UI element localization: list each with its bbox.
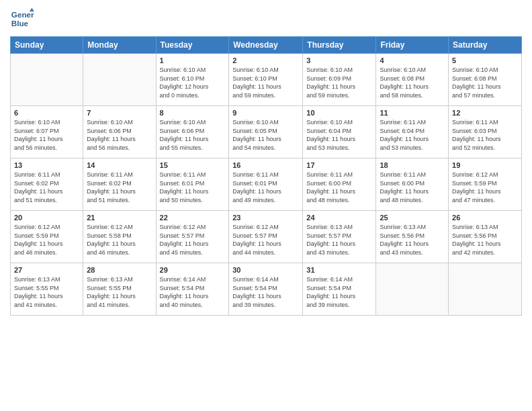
day-info: Sunrise: 6:10 AM Sunset: 6:06 PM Dayligh… — [87, 118, 152, 152]
day-info: Sunrise: 6:10 AM Sunset: 6:08 PM Dayligh… — [452, 66, 518, 99]
calendar-cell: 24Sunrise: 6:13 AM Sunset: 5:57 PM Dayli… — [303, 211, 376, 263]
calendar-cell: 6Sunrise: 6:10 AM Sunset: 6:07 PM Daylig… — [11, 106, 83, 158]
day-number: 23 — [232, 214, 299, 222]
calendar-cell — [83, 54, 156, 106]
day-number: 26 — [452, 214, 518, 222]
day-info: Sunrise: 6:13 AM Sunset: 5:57 PM Dayligh… — [306, 223, 372, 257]
weekday-header-saturday: Saturday — [449, 37, 522, 54]
calendar-week-4: 20Sunrise: 6:12 AM Sunset: 5:59 PM Dayli… — [11, 211, 522, 263]
day-info: Sunrise: 6:12 AM Sunset: 5:57 PM Dayligh… — [232, 223, 299, 257]
day-number: 30 — [232, 266, 299, 274]
day-info: Sunrise: 6:10 AM Sunset: 6:10 PM Dayligh… — [232, 66, 299, 99]
day-info: Sunrise: 6:11 AM Sunset: 6:03 PM Dayligh… — [452, 118, 518, 152]
weekday-header-monday: Monday — [83, 37, 156, 54]
day-number: 27 — [14, 266, 79, 274]
calendar-week-5: 27Sunrise: 6:13 AM Sunset: 5:55 PM Dayli… — [11, 263, 522, 316]
day-number: 19 — [452, 161, 518, 169]
day-number: 21 — [87, 214, 152, 222]
calendar-cell: 11Sunrise: 6:11 AM Sunset: 6:04 PM Dayli… — [376, 106, 449, 158]
day-info: Sunrise: 6:14 AM Sunset: 5:54 PM Dayligh… — [232, 275, 299, 309]
day-number: 7 — [87, 109, 152, 117]
calendar-week-1: 1Sunrise: 6:10 AM Sunset: 6:10 PM Daylig… — [11, 54, 522, 106]
day-number: 4 — [380, 56, 445, 64]
day-number: 28 — [87, 266, 152, 274]
day-number: 10 — [306, 109, 372, 117]
calendar-cell: 20Sunrise: 6:12 AM Sunset: 5:59 PM Dayli… — [11, 211, 83, 263]
day-info: Sunrise: 6:12 AM Sunset: 5:58 PM Dayligh… — [87, 223, 152, 257]
calendar-cell: 15Sunrise: 6:11 AM Sunset: 6:01 PM Dayli… — [156, 158, 229, 211]
day-info: Sunrise: 6:10 AM Sunset: 6:06 PM Dayligh… — [160, 118, 226, 152]
weekday-header-wednesday: Wednesday — [229, 37, 303, 54]
calendar-cell: 16Sunrise: 6:11 AM Sunset: 6:01 PM Dayli… — [229, 158, 303, 211]
calendar-cell: 23Sunrise: 6:12 AM Sunset: 5:57 PM Dayli… — [229, 211, 303, 263]
day-number: 9 — [232, 109, 299, 117]
calendar-cell: 27Sunrise: 6:13 AM Sunset: 5:55 PM Dayli… — [11, 263, 83, 316]
day-info: Sunrise: 6:10 AM Sunset: 6:04 PM Dayligh… — [306, 118, 372, 152]
day-number: 3 — [306, 56, 372, 64]
day-number: 17 — [306, 161, 372, 169]
day-info: Sunrise: 6:14 AM Sunset: 5:54 PM Dayligh… — [160, 275, 226, 309]
calendar-cell: 13Sunrise: 6:11 AM Sunset: 6:02 PM Dayli… — [11, 158, 83, 211]
calendar-cell: 30Sunrise: 6:14 AM Sunset: 5:54 PM Dayli… — [229, 263, 303, 316]
day-number: 5 — [452, 56, 518, 64]
day-info: Sunrise: 6:10 AM Sunset: 6:05 PM Dayligh… — [232, 118, 299, 152]
calendar-cell: 22Sunrise: 6:12 AM Sunset: 5:57 PM Dayli… — [156, 211, 229, 263]
day-info: Sunrise: 6:10 AM Sunset: 6:09 PM Dayligh… — [306, 66, 372, 99]
day-info: Sunrise: 6:11 AM Sunset: 6:00 PM Dayligh… — [380, 171, 445, 204]
day-info: Sunrise: 6:11 AM Sunset: 6:02 PM Dayligh… — [14, 171, 79, 204]
day-info: Sunrise: 6:13 AM Sunset: 5:56 PM Dayligh… — [452, 223, 518, 257]
day-number: 22 — [160, 214, 226, 222]
calendar-cell: 19Sunrise: 6:12 AM Sunset: 5:59 PM Dayli… — [449, 158, 522, 211]
day-info: Sunrise: 6:13 AM Sunset: 5:55 PM Dayligh… — [87, 275, 152, 309]
svg-text:Blue: Blue — [11, 19, 29, 28]
day-number: 29 — [160, 266, 226, 274]
day-number: 16 — [232, 161, 299, 169]
calendar-cell: 29Sunrise: 6:14 AM Sunset: 5:54 PM Dayli… — [156, 263, 229, 316]
calendar-cell: 14Sunrise: 6:11 AM Sunset: 6:02 PM Dayli… — [83, 158, 156, 211]
day-number: 2 — [232, 56, 299, 64]
day-number: 31 — [306, 266, 372, 274]
calendar-cell — [449, 263, 522, 316]
day-info: Sunrise: 6:12 AM Sunset: 5:59 PM Dayligh… — [14, 223, 79, 257]
calendar-cell: 2Sunrise: 6:10 AM Sunset: 6:10 PM Daylig… — [229, 54, 303, 106]
weekday-header-friday: Friday — [376, 37, 449, 54]
day-number: 8 — [160, 109, 226, 117]
day-info: Sunrise: 6:11 AM Sunset: 6:01 PM Dayligh… — [232, 171, 299, 204]
day-info: Sunrise: 6:13 AM Sunset: 5:55 PM Dayligh… — [14, 275, 79, 309]
calendar-week-3: 13Sunrise: 6:11 AM Sunset: 6:02 PM Dayli… — [11, 158, 522, 211]
day-number: 15 — [160, 161, 226, 169]
calendar-cell — [11, 54, 83, 106]
day-number: 13 — [14, 161, 79, 169]
calendar-cell: 3Sunrise: 6:10 AM Sunset: 6:09 PM Daylig… — [303, 54, 376, 106]
day-number: 20 — [14, 214, 79, 222]
header: General Blue — [10, 7, 522, 31]
calendar-cell: 9Sunrise: 6:10 AM Sunset: 6:05 PM Daylig… — [229, 106, 303, 158]
day-info: Sunrise: 6:14 AM Sunset: 5:54 PM Dayligh… — [306, 275, 372, 309]
calendar-cell: 21Sunrise: 6:12 AM Sunset: 5:58 PM Dayli… — [83, 211, 156, 263]
day-info: Sunrise: 6:11 AM Sunset: 6:02 PM Dayligh… — [87, 171, 152, 204]
calendar-cell: 26Sunrise: 6:13 AM Sunset: 5:56 PM Dayli… — [449, 211, 522, 263]
calendar-cell — [376, 263, 449, 316]
day-number: 1 — [160, 56, 226, 64]
weekday-header-sunday: Sunday — [11, 37, 83, 54]
weekday-header-row: SundayMondayTuesdayWednesdayThursdayFrid… — [11, 37, 522, 54]
calendar-cell: 4Sunrise: 6:10 AM Sunset: 6:08 PM Daylig… — [376, 54, 449, 106]
calendar-week-2: 6Sunrise: 6:10 AM Sunset: 6:07 PM Daylig… — [11, 106, 522, 158]
calendar-cell: 28Sunrise: 6:13 AM Sunset: 5:55 PM Dayli… — [83, 263, 156, 316]
day-number: 11 — [380, 109, 445, 117]
day-number: 14 — [87, 161, 152, 169]
calendar-cell: 17Sunrise: 6:11 AM Sunset: 6:00 PM Dayli… — [303, 158, 376, 211]
day-number: 12 — [452, 109, 518, 117]
calendar-cell: 5Sunrise: 6:10 AM Sunset: 6:08 PM Daylig… — [449, 54, 522, 106]
logo-icon: General Blue — [10, 7, 34, 31]
calendar-cell: 18Sunrise: 6:11 AM Sunset: 6:00 PM Dayli… — [376, 158, 449, 211]
weekday-header-thursday: Thursday — [303, 37, 376, 54]
weekday-header-tuesday: Tuesday — [156, 37, 229, 54]
calendar-cell: 12Sunrise: 6:11 AM Sunset: 6:03 PM Dayli… — [449, 106, 522, 158]
calendar-cell: 1Sunrise: 6:10 AM Sunset: 6:10 PM Daylig… — [156, 54, 229, 106]
day-info: Sunrise: 6:11 AM Sunset: 6:00 PM Dayligh… — [306, 171, 372, 204]
day-number: 24 — [306, 214, 372, 222]
day-number: 25 — [380, 214, 445, 222]
calendar-cell: 25Sunrise: 6:13 AM Sunset: 5:56 PM Dayli… — [376, 211, 449, 263]
day-info: Sunrise: 6:10 AM Sunset: 6:10 PM Dayligh… — [160, 66, 226, 99]
